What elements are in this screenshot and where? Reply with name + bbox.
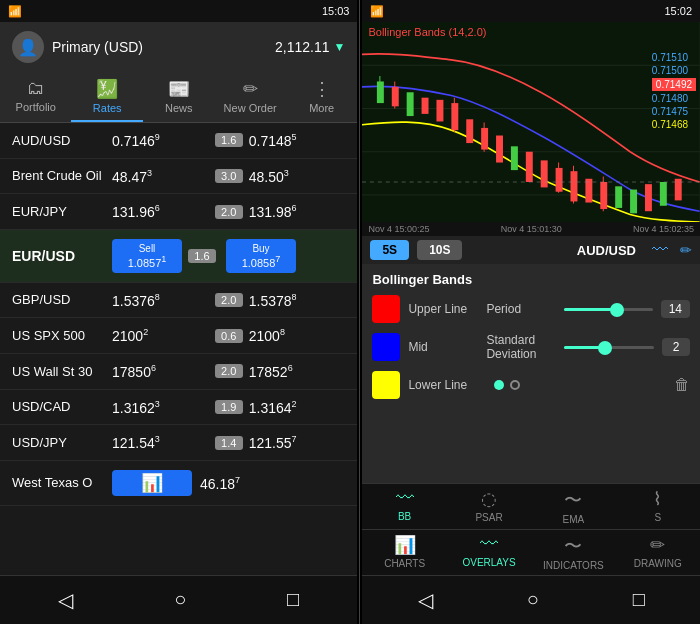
tab-charts[interactable]: 📊 CHARTS	[362, 530, 446, 575]
time-label: Nov 4 15:00:25	[368, 224, 429, 234]
tab-news-label: News	[165, 102, 193, 114]
time-label: Nov 4 15:01:30	[501, 224, 562, 234]
tab-new-order[interactable]: ✏ New Order	[214, 72, 285, 122]
table-row[interactable]: US SPX 500 21002 0.6 21008	[0, 318, 357, 354]
rate-name: EUR/JPY	[12, 204, 112, 219]
table-row[interactable]: AUD/USD 0.71469 1.6 0.71485	[0, 123, 357, 159]
rate-bid: 1.31623	[112, 399, 209, 416]
ind-tab-bb[interactable]: 〰 BB	[362, 484, 446, 529]
sell-button[interactable]: Sell 1.08571	[112, 239, 182, 273]
rate-ask: 1.31642	[249, 399, 346, 416]
change-badge: 2.0	[215, 205, 243, 219]
tf-10s-button[interactable]: 10S	[417, 240, 462, 260]
svg-rect-23	[571, 171, 578, 201]
rate-ask: 121.557	[249, 434, 346, 451]
trash-icon[interactable]: 🗑	[674, 376, 690, 394]
change-badge: 1.6	[215, 133, 243, 147]
balance-value: 2,112.11	[275, 39, 330, 55]
rate-name: USD/JPY	[12, 435, 112, 450]
chart-prices: 0.71510 0.71500 0.71492 0.71480 0.71475 …	[652, 52, 696, 130]
price-label: 0.71510	[652, 52, 696, 63]
psar-label: PSAR	[475, 512, 502, 523]
svg-rect-31	[660, 182, 667, 206]
back-button[interactable]: ◁	[42, 584, 89, 616]
mid-color-box[interactable]	[372, 333, 400, 361]
tab-news[interactable]: 📰 News	[143, 72, 214, 122]
upper-color-box[interactable]	[372, 295, 400, 323]
change-badge: 3.0	[215, 169, 243, 183]
table-row[interactable]: US Wall St 30 178506 2.0 178526	[0, 354, 357, 390]
right-signal-icon: 📶	[370, 5, 384, 18]
settings-panel: Bollinger Bands Upper Line Period 14 Mid…	[362, 264, 700, 483]
avatar: 👤	[12, 31, 44, 63]
stddev-slider[interactable]	[564, 337, 654, 357]
period-setting-row: Upper Line Period 14	[372, 295, 690, 323]
recents-button[interactable]: □	[271, 584, 315, 616]
edit-icon[interactable]: ✏	[680, 242, 692, 258]
change-badge: 0.6	[215, 329, 243, 343]
change-badge: 1.6	[188, 249, 216, 263]
tab-portfolio[interactable]: 🗂 Portfolio	[0, 72, 71, 122]
rate-bid: 0.71469	[112, 132, 209, 149]
std-label: Standard Deviation	[486, 333, 556, 361]
toggle-row	[494, 380, 666, 390]
toggle-active[interactable]	[494, 380, 504, 390]
svg-rect-11	[437, 100, 444, 122]
nav-tabs: 🗂 Portfolio 💹 Rates 📰 News ✏ New Order ⋮…	[0, 72, 357, 123]
wave-icon: 〰	[652, 241, 668, 259]
tab-drawing[interactable]: ✏ DRAWING	[616, 530, 700, 575]
ind-tab-psar[interactable]: ◌ PSAR	[447, 484, 531, 529]
chart-area[interactable]: Bollinger Bands (14,2.0)	[362, 22, 700, 222]
price-label-active: 0.71492	[652, 78, 696, 91]
rate-ask: 48.503	[249, 168, 346, 185]
table-row[interactable]: USD/CAD 1.31623 1.9 1.31642	[0, 390, 357, 426]
change-badge: 2.0	[215, 293, 243, 307]
home-button-right[interactable]: ○	[511, 584, 555, 616]
toggle-inactive[interactable]	[510, 380, 520, 390]
table-row[interactable]: EUR/JPY 131.966 2.0 131.986	[0, 194, 357, 230]
lower-color-box[interactable]	[372, 371, 400, 399]
rate-bid: 21002	[112, 327, 209, 344]
svg-rect-28	[616, 186, 623, 208]
buy-button[interactable]: Buy 1.08587	[226, 239, 296, 273]
left-panel: 📶 15:03 👤 Primary (USD) 2,112.11 ▼ 🗂 Por…	[0, 0, 357, 624]
buy-label: Buy	[234, 243, 288, 254]
svg-rect-5	[377, 81, 384, 103]
svg-rect-15	[482, 128, 489, 150]
stddev-setting-row: Mid Standard Deviation 2	[372, 333, 690, 361]
svg-rect-20	[541, 160, 548, 187]
period-value: 14	[661, 300, 690, 318]
tab-overlays[interactable]: 〰 OVERLAYS	[447, 530, 531, 575]
rate-bid: 178506	[112, 363, 209, 380]
s-icon: ⌇	[653, 488, 662, 510]
lower-label: Lower Line	[408, 378, 478, 392]
table-row[interactable]: EUR/USD Sell 1.08571 1.6 Buy 1.08587	[0, 230, 357, 283]
home-button[interactable]: ○	[158, 584, 202, 616]
table-row[interactable]: Brent Crude Oil 48.473 3.0 48.503	[0, 159, 357, 195]
pair-label: AUD/USD	[577, 243, 636, 258]
table-row[interactable]: USD/JPY 121.543 1.4 121.557	[0, 425, 357, 461]
rate-ask: 131.986	[249, 203, 346, 220]
more-icon: ⋮	[313, 78, 331, 100]
table-row[interactable]: GBP/USD 1.53768 2.0 1.53788	[0, 283, 357, 319]
period-slider[interactable]	[564, 299, 652, 319]
table-row[interactable]: West Texas O 📊 46.187	[0, 461, 357, 506]
overlays-icon: 〰	[480, 534, 498, 555]
tab-more[interactable]: ⋮ More	[286, 72, 357, 122]
s-label: S	[654, 512, 661, 523]
sparkline-chart: 📊	[112, 470, 192, 496]
psar-icon: ◌	[481, 488, 497, 510]
right-panel: 📶 15:02 Bollinger Bands (14,2.0)	[362, 0, 700, 624]
ind-tab-ema[interactable]: 〜 EMA	[531, 484, 615, 529]
tab-new-order-label: New Order	[224, 102, 277, 114]
tab-more-label: More	[309, 102, 334, 114]
tab-rates[interactable]: 💹 Rates	[71, 72, 142, 122]
ind-tab-s[interactable]: ⌇ S	[616, 484, 700, 529]
recents-button-right[interactable]: □	[617, 584, 661, 616]
back-button-right[interactable]: ◁	[402, 584, 449, 616]
rate-bid: 131.966	[112, 203, 209, 220]
tf-5s-button[interactable]: 5S	[370, 240, 409, 260]
tab-indicators[interactable]: 〜 INDICATORS	[531, 530, 615, 575]
charts-icon: 📊	[394, 534, 416, 556]
rates-table: AUD/USD 0.71469 1.6 0.71485 Brent Crude …	[0, 123, 357, 575]
